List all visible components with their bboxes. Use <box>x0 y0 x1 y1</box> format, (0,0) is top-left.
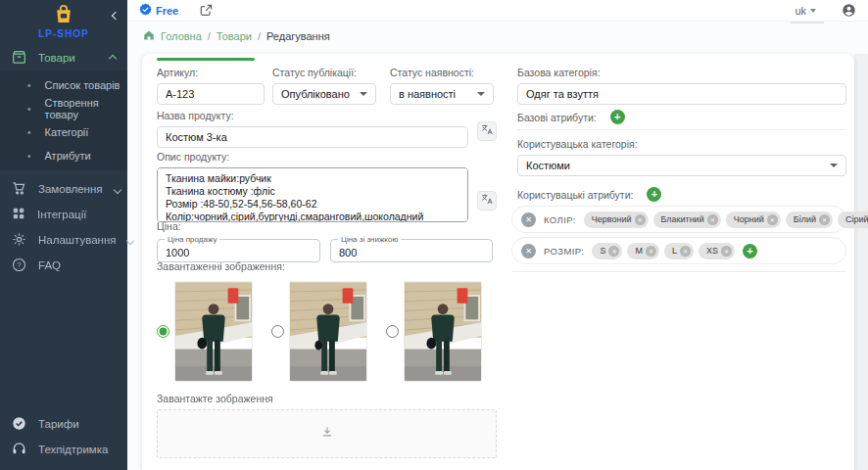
upload-dropzone[interactable] <box>157 409 497 458</box>
add-base-attribute-button[interactable]: + <box>610 110 625 124</box>
translate-description-button[interactable] <box>477 191 497 211</box>
sidebar-item-label: Створення товару <box>45 97 127 120</box>
sidebar-item-orders[interactable]: Замовлення <box>0 176 127 202</box>
sidebar-item-label: Товари <box>38 52 75 64</box>
custom-category-label: Користувацька категорія: <box>517 138 846 150</box>
sidebar-item-faq[interactable]: ? FAQ <box>0 253 127 278</box>
sidebar-item-label: Список товарів <box>45 79 121 91</box>
remove-size-attribute-button[interactable]: ✕ <box>521 244 536 258</box>
sidebar-item-label: Тарифи <box>38 418 79 430</box>
chevron-down-icon <box>127 234 133 246</box>
sidebar-footer: Тарифи Техпідтримка <box>0 411 127 462</box>
sidebar-item-product-create[interactable]: • Створення товару <box>0 97 127 120</box>
cart-icon <box>12 181 26 198</box>
availability-status-value: в наявності <box>399 88 456 100</box>
main-image-radio-2[interactable] <box>271 325 284 338</box>
chevron-up-icon <box>110 52 116 64</box>
remove-chip-button[interactable]: ✕ <box>721 246 732 257</box>
color-chips: Червоний✕ Блакитний✕ Чорний✕ Білий✕ Сіри… <box>584 212 868 228</box>
chip-size-3: L✕ <box>664 243 694 259</box>
sale-price-floating-label: Ціна продажу <box>165 235 219 244</box>
chip-label: Червоний <box>592 214 632 224</box>
sidebar-item-categories[interactable]: • Категорії <box>0 120 127 144</box>
remove-chip-button[interactable]: ✕ <box>819 214 830 225</box>
remove-chip-button[interactable]: ✕ <box>608 246 619 257</box>
sidebar-item-tariffs[interactable]: Тарифи <box>0 411 127 437</box>
sidebar-item-support[interactable]: Техпідтримка <box>0 437 127 462</box>
remove-color-attribute-button[interactable]: ✕ <box>521 212 536 227</box>
download-icon <box>320 425 334 443</box>
plan-badge[interactable]: Free <box>139 3 178 18</box>
custom-attributes-label: Користувацькі атрибути: <box>517 189 633 201</box>
product-photo-1[interactable] <box>174 281 253 382</box>
add-custom-attribute-button[interactable]: + <box>647 187 661 202</box>
attribute-row-size: ✕ РОЗМІР: S✕ M✕ L✕ XS✕ + <box>511 237 846 264</box>
remove-chip-button[interactable]: ✕ <box>767 214 778 225</box>
sidebar-item-integrations[interactable]: Інтеграції <box>0 202 127 227</box>
breadcrumb-separator: / <box>258 30 261 42</box>
main-image-radio-3[interactable] <box>386 325 399 338</box>
sidebar-item-label: Замовлення <box>38 183 103 195</box>
add-size-value-button[interactable]: + <box>743 244 757 258</box>
breadcrumb-products[interactable]: Товари <box>217 30 252 42</box>
product-name-label: Назва продукту: <box>157 110 468 121</box>
caret-down-icon <box>477 92 485 96</box>
logo-bag-icon <box>53 10 74 26</box>
sidebar-collapse-button[interactable] <box>113 5 119 23</box>
product-photo-3[interactable] <box>404 281 482 382</box>
remove-chip-button[interactable]: ✕ <box>635 214 646 225</box>
availability-status-select[interactable]: в наявності <box>390 83 494 105</box>
chip-color-2: Блакитний✕ <box>653 212 721 228</box>
remove-chip-button[interactable]: ✕ <box>680 246 691 257</box>
availability-status-label: Статус наявності: <box>390 67 494 78</box>
sidebar-item-settings[interactable]: Налаштування <box>0 227 127 253</box>
vertical-scrollbar[interactable] <box>854 54 868 470</box>
chip-label: Блакитний <box>661 214 704 224</box>
description-textarea[interactable]: Тканина майки:рубчик Тканина костюму :фл… <box>157 167 468 222</box>
sku-input[interactable] <box>157 83 265 105</box>
uploaded-images-label: Завантаженні зображення: <box>157 260 497 272</box>
upload-label: Завантажте зображення <box>157 393 497 404</box>
chip-label: Сірий <box>845 214 868 224</box>
uploaded-images-row <box>157 281 497 382</box>
chip-color-1: Червоний✕ <box>584 212 649 228</box>
publish-status-select[interactable]: Опубліковано <box>272 83 376 105</box>
breadcrumb-separator: / <box>208 30 211 42</box>
open-in-new-button[interactable] <box>200 4 213 17</box>
remove-chip-button[interactable]: ✕ <box>646 246 656 257</box>
discount-price-field: Ціна зі знижкою <box>330 239 493 262</box>
sidebar-item-product-list[interactable]: • Список товарів <box>0 73 127 97</box>
sidebar: LP-SHOP Товари • Список товарів • Створе… <box>0 0 127 470</box>
custom-category-select[interactable]: Костюми <box>517 155 846 176</box>
product-photo-2[interactable] <box>289 281 367 382</box>
bullet-icon: • <box>27 80 31 91</box>
chip-label: S <box>600 246 605 256</box>
breadcrumb-home[interactable]: Головна <box>161 30 202 42</box>
base-category-input[interactable] <box>517 83 846 105</box>
avatar[interactable] <box>842 3 856 18</box>
topbar: Free uk <box>127 0 868 22</box>
headset-icon <box>12 442 26 458</box>
sidebar-header: LP-SHOP <box>0 0 127 45</box>
translate-name-button[interactable] <box>477 121 497 141</box>
translate-icon <box>481 192 494 210</box>
bullet-icon: • <box>27 104 31 115</box>
discount-price-floating-label: Ціна зі знижкою <box>338 235 401 244</box>
chip-color-5: Сірий✕ <box>838 212 868 228</box>
grid-icon <box>12 207 25 222</box>
plan-label: Free <box>156 5 178 17</box>
translate-icon <box>481 122 494 140</box>
product-name-input[interactable] <box>157 126 468 148</box>
chip-size-4: XS✕ <box>699 243 735 259</box>
remove-chip-button[interactable]: ✕ <box>707 214 718 225</box>
size-chips: S✕ M✕ L✕ XS✕ <box>592 243 735 259</box>
attribute-name: РОЗМІР: <box>544 246 584 257</box>
verified-icon <box>139 3 152 18</box>
language-select[interactable]: uk <box>795 5 816 17</box>
sidebar-item-products[interactable]: Товари <box>0 45 127 70</box>
sidebar-item-attributes[interactable]: • Атрибути <box>0 144 127 167</box>
attribute-row-color: ✕ КОЛІР: Червоний✕ Блакитний✕ Чорний✕ Бі… <box>511 206 846 233</box>
main-image-radio-1[interactable] <box>157 325 169 338</box>
caret-down-icon <box>360 92 367 96</box>
publish-status-value: Опубліковано <box>281 88 350 100</box>
